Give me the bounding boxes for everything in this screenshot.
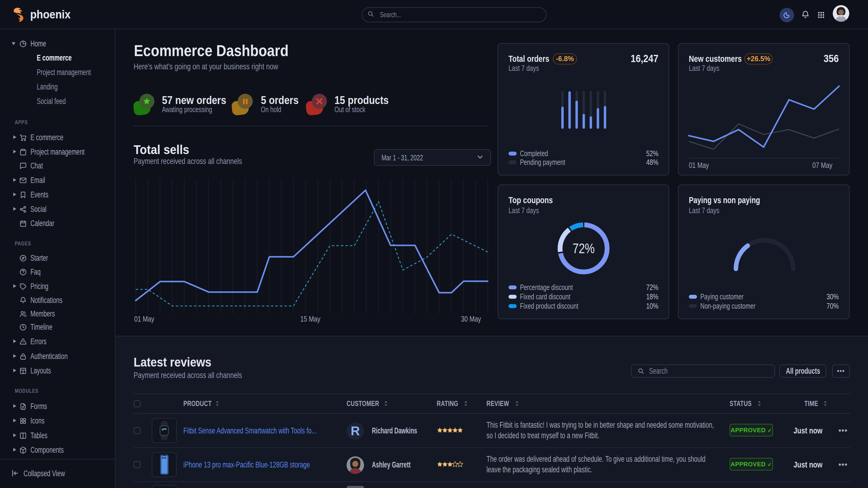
svg-text:12:34: 12:34 — [161, 428, 167, 430]
